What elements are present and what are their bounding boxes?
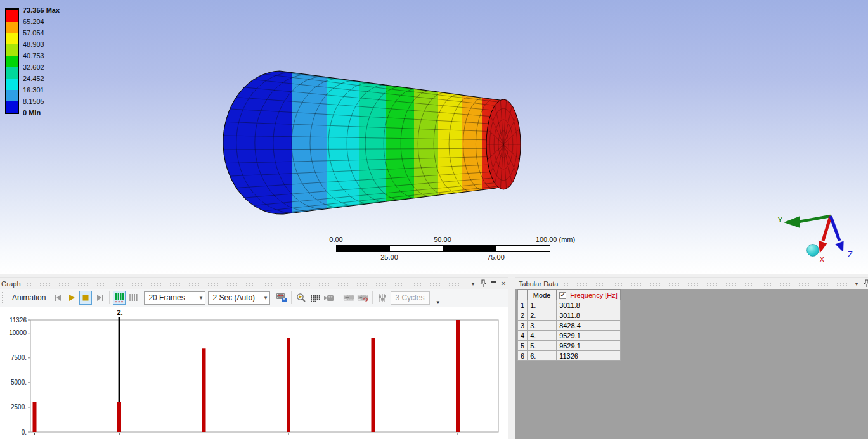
triad-iso-ball[interactable] — [807, 245, 819, 257]
frames-select-value: 20 Frames — [148, 293, 185, 302]
3d-viewport[interactable]: 73.355 Max65.20457.05448.90340.75332.602… — [0, 0, 868, 274]
frequency-column-label: Frequency [Hz] — [570, 291, 618, 299]
frequency-cell[interactable]: 11326 — [557, 351, 621, 361]
ruler-segment-white — [496, 246, 550, 251]
table-row[interactable]: 22.3011.8 — [518, 310, 621, 321]
cone-model[interactable] — [216, 60, 526, 222]
row-number-cell[interactable]: 2 — [518, 310, 528, 321]
row-number-cell[interactable]: 6 — [518, 351, 528, 361]
table-row[interactable]: 44.9529.1 — [518, 331, 621, 341]
row-number-cell[interactable]: 5 — [518, 341, 528, 351]
record-camera-button[interactable] — [323, 291, 335, 305]
legend-color-cell — [6, 33, 18, 44]
filmstrip-export-button[interactable] — [342, 291, 355, 305]
animate-result-sets-button[interactable] — [113, 291, 126, 305]
legend-label: 24.452 — [23, 75, 44, 82]
animation-label: Animation — [12, 293, 46, 302]
animate-time-steps-button[interactable] — [127, 291, 139, 305]
chart-bar[interactable] — [202, 348, 206, 432]
table-row[interactable]: 11.3011.8 — [518, 300, 621, 310]
ruler-segment-black — [337, 246, 390, 251]
graph-pin-icon[interactable] — [478, 279, 488, 288]
graph-toolbar: Animation — [0, 289, 508, 307]
ansys-mechanical-result-view: 73.355 Max65.20457.05448.90340.75332.602… — [0, 0, 868, 439]
legend-color-cell — [6, 56, 18, 67]
cone-body — [223, 71, 512, 214]
triad-y-axis[interactable]: Y — [777, 215, 831, 228]
mode-cell[interactable]: 5. — [528, 341, 557, 351]
legend-label: 40.753 — [23, 52, 44, 60]
toolbar-overflow-button[interactable]: ▾ — [436, 299, 439, 307]
triad-z-axis[interactable]: Z — [831, 216, 853, 259]
frequency-cell[interactable]: 8428.4 — [557, 321, 621, 331]
mode-cell[interactable]: 3. — [528, 321, 557, 331]
row-number-cell[interactable]: 1 — [518, 300, 528, 310]
legend-color-cell — [6, 79, 18, 90]
triad-y-label: Y — [777, 215, 783, 224]
frequency-cell[interactable]: 3011.8 — [557, 310, 621, 321]
chart-bar[interactable] — [117, 402, 121, 432]
cycles-select-value: 3 Cycles — [395, 293, 424, 302]
frequency-checkbox[interactable] — [559, 292, 566, 299]
frame-grid-button[interactable] — [309, 291, 321, 305]
tabular-data-panel: Tabular Data ▾ Mode Frequency [Hz] — [515, 277, 868, 439]
mode-cell[interactable]: 2. — [528, 310, 557, 321]
table-row[interactable]: 66.11326 — [518, 351, 621, 361]
contour-legend: 73.355 Max65.20457.05448.90340.75332.602… — [5, 8, 81, 122]
graph-menu-dropdown-icon[interactable]: ▾ — [468, 279, 478, 288]
frequency-chart: 0.2500.5000.7500.10000113262. — [0, 307, 508, 438]
zoom-animation-button[interactable] — [295, 291, 308, 305]
filmstrip-refresh-button[interactable] — [356, 291, 369, 305]
chart-bar[interactable] — [372, 338, 375, 432]
mode-column-header[interactable]: Mode — [528, 290, 557, 300]
tabular-pin-icon[interactable] — [862, 279, 868, 288]
mode-cell[interactable]: 4. — [528, 331, 557, 341]
legend-label: 8.1505 — [23, 98, 44, 105]
mode-cell[interactable]: 1. — [528, 300, 557, 310]
frequency-cell[interactable]: 3011.8 — [557, 300, 621, 310]
frequency-cell[interactable]: 9529.1 — [557, 341, 621, 351]
toolbar-separator — [109, 291, 110, 304]
ruler-segment-white — [390, 246, 443, 251]
legend-label: 48.903 — [23, 41, 44, 48]
graph-maximize-icon[interactable] — [488, 279, 498, 288]
row-number-cell[interactable]: 3 — [518, 321, 528, 331]
frames-select[interactable]: 20 Frames ▾ — [144, 291, 205, 305]
table-row[interactable]: 55.9529.1 — [518, 341, 621, 351]
go-to-start-button[interactable] — [51, 291, 64, 305]
table-row[interactable]: 33.8428.4 — [518, 321, 621, 331]
duration-select[interactable]: 2 Sec (Auto) ▾ — [208, 291, 270, 305]
graph-close-icon[interactable]: ✕ — [498, 279, 508, 288]
legend-label: 65.204 — [23, 18, 44, 25]
ruler-label-75: 75.00 — [487, 253, 505, 261]
orientation-triad[interactable]: Y X Z — [775, 208, 868, 271]
legend-label: 32.602 — [23, 63, 44, 71]
legend-label: 57.054 — [23, 29, 44, 37]
y-axis-tick-label: 5000. — [11, 379, 27, 386]
frequency-cell[interactable]: 9529.1 — [557, 331, 621, 341]
legend-color-bar — [5, 8, 19, 114]
toolbar-separator — [291, 291, 292, 304]
panel-divider[interactable] — [508, 277, 515, 439]
play-button[interactable] — [65, 291, 78, 305]
scale-ruler: 0.00 50.00 100.00 (mm) 25.00 75.00 — [330, 236, 577, 264]
stop-button[interactable] — [79, 291, 92, 305]
tabular-menu-dropdown-icon[interactable]: ▾ — [852, 279, 862, 288]
mode-cell[interactable]: 6. — [528, 351, 557, 361]
chart-bar[interactable] — [456, 320, 460, 432]
go-to-end-button[interactable] — [93, 291, 106, 305]
cycles-slider-icon — [376, 291, 389, 305]
chevron-down-icon: ▾ — [200, 295, 203, 301]
row-number-cell[interactable]: 4 — [518, 331, 528, 341]
triad-x-axis[interactable]: X — [819, 216, 831, 264]
row-number-header — [518, 290, 528, 300]
panel-header-texture — [26, 281, 465, 286]
chart-bar[interactable] — [33, 402, 37, 432]
ruler-label-25: 25.00 — [380, 253, 398, 261]
chart-bar[interactable] — [287, 338, 290, 432]
legend-color-cell — [6, 90, 18, 101]
export-video-button[interactable] — [275, 291, 288, 305]
legend-color-cell — [6, 22, 18, 33]
frequency-column-header[interactable]: Frequency [Hz] — [557, 290, 621, 300]
toolbar-grip[interactable] — [1, 291, 4, 304]
